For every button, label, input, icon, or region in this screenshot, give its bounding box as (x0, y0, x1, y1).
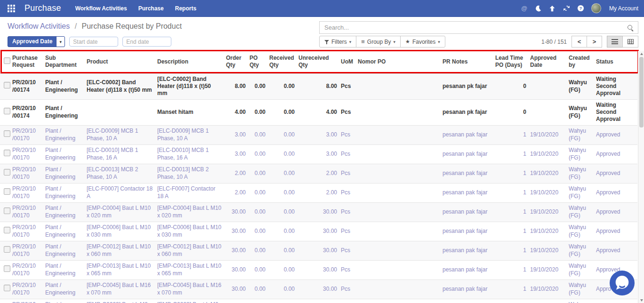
row-checkbox[interactable] (4, 246, 10, 253)
refresh-icon[interactable] (563, 5, 570, 12)
cell-status: Approved (596, 183, 637, 202)
table-row[interactable]: PR/20/10 /00170Plant / Engineering[ELC-D… (0, 144, 637, 164)
scroll-up-arrow-icon[interactable] (638, 51, 644, 56)
group-by-button[interactable]: ≡ Group By ▾ (356, 36, 401, 48)
app-brand[interactable]: Purchase (24, 3, 61, 13)
vertical-scrollbar[interactable] (638, 51, 644, 303)
cell-uom: Pcs (341, 99, 358, 125)
arrow-up-icon[interactable] (549, 5, 556, 12)
list-view: Purchase RequestSub DepartmentProductDes… (0, 50, 637, 303)
row-checkbox[interactable] (4, 108, 10, 114)
cell-po_qty: 0.00 (250, 241, 269, 260)
column-header-nomor_po[interactable]: Nomor PO (358, 50, 443, 73)
menu-reports[interactable]: Reports (175, 5, 196, 12)
cell-unreceived_qty: 3.00 (298, 144, 341, 164)
table-row[interactable]: PR/20/10 /00174Plant / EngineeringManset… (0, 99, 637, 125)
cell-lead_time: 1 (495, 164, 530, 183)
cell-dept: Plant / Engineering (45, 164, 87, 183)
chevron-down-icon: ▾ (56, 37, 64, 47)
table-row[interactable]: PR/20/10 /00170Plant / Engineering[ELC-D… (0, 164, 637, 183)
table-row[interactable]: PR/20/10 /00170Plant / Engineering[EMP-C… (0, 299, 637, 303)
table-row[interactable]: PR/20/10 /00174Plant / Engineering[ELC-C… (0, 73, 637, 99)
date-field-select[interactable]: Approved Date ▾ (8, 36, 65, 47)
column-header-pr[interactable]: Purchase Request (12, 50, 45, 73)
cell-pr_notes: pesanan pak fajar (443, 222, 495, 241)
cell-unreceived_qty: 3.00 (298, 125, 341, 144)
row-checkbox[interactable] (4, 169, 10, 175)
row-checkbox[interactable] (4, 207, 10, 214)
messages-icon[interactable]: @ (521, 5, 528, 12)
pager-next-button[interactable]: > (587, 36, 602, 48)
breadcrumb-parent-link[interactable]: Workflow Activities (8, 22, 70, 30)
cell-order_qty: 30.00 (226, 279, 250, 299)
search-bar (319, 21, 638, 34)
moon-icon[interactable] (535, 5, 542, 12)
row-checkbox[interactable] (4, 265, 10, 272)
row-checkbox[interactable] (4, 227, 10, 233)
table-row[interactable]: PR/20/10 /00170Plant / Engineering[EMP-C… (0, 279, 637, 299)
table-header-row: Purchase RequestSub DepartmentProductDes… (0, 50, 637, 73)
list-view-button[interactable] (607, 36, 623, 48)
group-by-icon: ≡ (361, 40, 365, 44)
select-all-checkbox[interactable] (4, 57, 10, 64)
cell-created_by: Wahyu (FG) (569, 164, 596, 183)
apps-menu-icon[interactable] (8, 5, 15, 12)
table-row[interactable]: PR/20/10 /00170Plant / Engineering[EMP-C… (0, 260, 637, 279)
column-header-approved_date[interactable]: Approved Date (530, 50, 569, 73)
row-checkbox[interactable] (4, 82, 10, 88)
cell-pr_notes: pesanan pak fajar (443, 279, 495, 299)
column-header-dept[interactable]: Sub Department (45, 50, 87, 73)
cell-nomor_po (358, 99, 443, 125)
cell-pr: PR/20/10 /00170 (12, 260, 45, 279)
row-checkbox[interactable] (4, 130, 10, 137)
column-header-description[interactable]: Description (157, 50, 226, 73)
cell-description: [EMP-C0013] Baut L M10 x 065 mm (157, 260, 226, 279)
row-checkbox[interactable] (4, 150, 10, 156)
grid-view-icon (628, 39, 634, 44)
column-header-received_qty[interactable]: Received Qty (269, 50, 298, 73)
date-field-label: Approved Date (8, 37, 56, 47)
cell-nomor_po (358, 279, 443, 299)
chat-launcher-button[interactable] (610, 271, 635, 295)
column-header-pr_notes[interactable]: PR Notes (443, 50, 495, 73)
column-header-created_by[interactable]: Created by (569, 50, 596, 73)
cell-received_qty: 0.00 (269, 144, 298, 164)
filters-button[interactable]: Filters ▾ (319, 36, 356, 48)
cell-product: [EMP-C0006] Baut L M10 x 030 mm (87, 222, 157, 241)
grid-view-button[interactable] (622, 36, 638, 48)
cell-dept: Plant / Engineering (45, 260, 87, 279)
cell-product: [ELC-D0013] MCB 2 Phase, 10 A (87, 164, 157, 183)
row-checkbox[interactable] (4, 285, 10, 291)
cell-lead_time: 1 (495, 279, 530, 299)
pager-prev-button[interactable]: < (572, 36, 587, 48)
column-header-lead_time[interactable]: Lead Time PO (Days) (495, 50, 530, 73)
menu-purchase[interactable]: Purchase (138, 5, 164, 12)
table-row[interactable]: PR/20/10 /00170Plant / Engineering[ELC-F… (0, 183, 637, 202)
column-header-po_qty[interactable]: PO Qty (250, 50, 269, 73)
row-checkbox[interactable] (4, 188, 10, 195)
table-row[interactable]: PR/20/10 /00170Plant / Engineering[EMP-C… (0, 222, 637, 241)
cell-product (87, 99, 157, 125)
user-avatar[interactable] (591, 3, 601, 13)
menu-workflow-activities[interactable]: Workflow Activities (75, 5, 127, 12)
search-input[interactable] (320, 24, 627, 31)
column-header-uom[interactable]: UoM (341, 50, 358, 73)
column-header-status[interactable]: Status (596, 50, 637, 73)
column-header-order_qty[interactable]: Order Qty (226, 50, 250, 73)
help-icon[interactable]: ? (577, 5, 584, 12)
cell-status: Approved (596, 125, 637, 144)
scrollbar-thumb[interactable] (639, 57, 644, 128)
table-row[interactable]: PR/20/10 /00170Plant / Engineering[ELC-D… (0, 125, 637, 144)
column-header-unreceived_qty[interactable]: Unreceived Qty (298, 50, 341, 73)
table-row[interactable]: PR/20/10 /00170Plant / Engineering[EMP-C… (0, 241, 637, 260)
end-date-input[interactable] (122, 37, 171, 47)
search-icon[interactable] (627, 24, 634, 32)
favorites-button[interactable]: ★ Favorites ▾ (400, 36, 445, 48)
cell-nomor_po (358, 299, 443, 303)
scroll-down-arrow-icon[interactable] (638, 297, 644, 303)
start-date-input[interactable] (69, 37, 118, 47)
table-row[interactable]: PR/20/10 /00170Plant / Engineering[EMP-C… (0, 202, 637, 222)
my-account-link[interactable]: My Account (609, 5, 638, 12)
column-header-product[interactable]: Product (87, 50, 157, 73)
cell-status: Waiting Second Approval (596, 73, 637, 99)
